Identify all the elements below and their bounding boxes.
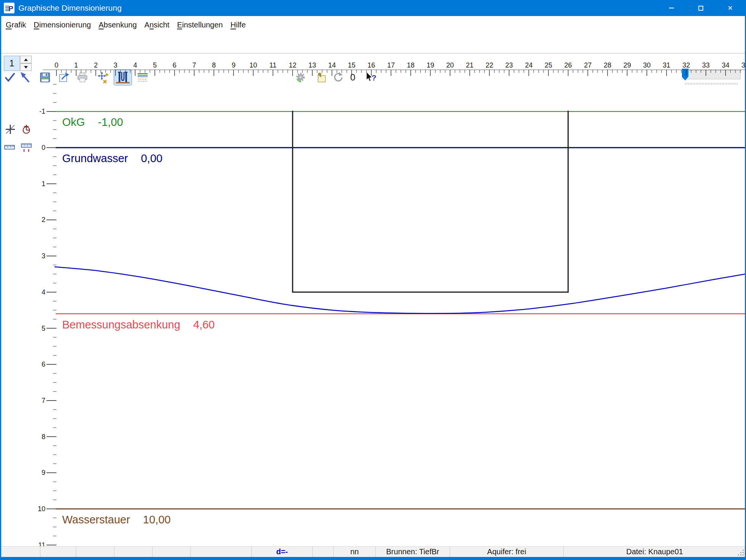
svg-text:-1: -1 — [39, 108, 45, 115]
svg-text:13: 13 — [309, 61, 316, 69]
status-cell-empty-3 — [114, 547, 153, 557]
svg-text:4: 4 — [42, 288, 45, 296]
svg-text:2: 2 — [42, 216, 45, 224]
status-cell-empty-7 — [313, 547, 334, 557]
svg-text:10: 10 — [38, 505, 45, 513]
svg-text:8: 8 — [42, 433, 45, 441]
svg-text:11: 11 — [38, 541, 45, 546]
status-cell-empty-1 — [40, 547, 76, 557]
svg-text:15: 15 — [348, 61, 355, 69]
status-bar: d=-nnBrunnen: TiefBrAquifer: freiDatei: … — [0, 546, 746, 557]
svg-text:25: 25 — [545, 61, 552, 69]
menu-bar: GrafikDimensionierungAbsenkungAnsichtEin… — [0, 16, 746, 34]
svg-text:27: 27 — [584, 61, 592, 69]
svg-text:4: 4 — [133, 61, 137, 69]
svg-text:2: 2 — [94, 61, 98, 69]
toolbar: 0 ? — [0, 34, 746, 53]
status-cell-empty-2 — [76, 547, 114, 557]
status-cell-aquifer: Aquifer: frei — [450, 547, 564, 557]
svg-text:21: 21 — [466, 61, 474, 69]
svg-text:26: 26 — [564, 61, 572, 69]
menu-item-absenkung[interactable]: Absenkung — [95, 16, 140, 34]
ruler-measure-icon — [21, 142, 32, 153]
ruler-horizontal-tool[interactable] — [3, 141, 16, 154]
svg-text:23: 23 — [505, 61, 513, 69]
axis-cross-icon — [5, 124, 16, 135]
svg-text:0: 0 — [42, 144, 45, 151]
svg-text:32: 32 — [682, 61, 690, 69]
status-cell-empty-5 — [191, 547, 252, 557]
menu-item-grafik[interactable]: Grafik — [2, 16, 30, 34]
svg-text:1: 1 — [42, 180, 45, 188]
app-logo-icon: P — [4, 3, 14, 13]
drawing-canvas[interactable] — [55, 71, 746, 546]
svg-text:1: 1 — [74, 61, 78, 69]
close-button[interactable]: ✕ — [715, 0, 745, 16]
minimize-button[interactable] — [657, 0, 686, 16]
window-title: Graphische Dimensionierung — [18, 0, 122, 16]
svg-text:31: 31 — [663, 61, 670, 69]
menu-item-einstellungen[interactable]: Einstellungen — [173, 16, 227, 34]
svg-text:20: 20 — [446, 61, 454, 69]
resize-grip[interactable] — [738, 549, 744, 556]
maximize-button[interactable] — [686, 0, 715, 16]
app-window: P Graphische Dimensionierung ✕ GrafikDim… — [0, 0, 746, 560]
window-border-left — [0, 16, 1, 557]
svg-text:9: 9 — [232, 61, 235, 69]
status-cell-nn: nn — [334, 547, 376, 557]
svg-text:34: 34 — [722, 61, 729, 69]
svg-text:29: 29 — [623, 61, 631, 69]
menu-item-hilfe[interactable]: Hilfe — [227, 16, 249, 34]
svg-text:12: 12 — [289, 61, 296, 69]
menu-item-dimensionierung[interactable]: Dimensionierung — [30, 16, 95, 34]
svg-text:24: 24 — [525, 61, 532, 69]
svg-text:33: 33 — [702, 61, 710, 69]
status-cell-datei: Datei: Knaupe01 — [564, 547, 746, 557]
svg-text:30: 30 — [643, 61, 651, 69]
compass-tool[interactable] — [20, 123, 33, 136]
vertical-ruler: -101234567891011 — [33, 71, 56, 546]
svg-text:16: 16 — [368, 61, 375, 69]
svg-text:5: 5 — [42, 325, 45, 332]
status-cell-empty-0 — [0, 547, 40, 557]
status-cell-d: d=- — [252, 547, 313, 557]
minimize-icon — [669, 8, 674, 8]
svg-text:6: 6 — [173, 61, 177, 69]
svg-text:17: 17 — [387, 61, 395, 69]
status-cell-empty-4 — [153, 547, 191, 557]
menu-item-ansicht[interactable]: Ansicht — [141, 16, 174, 34]
svg-text:19: 19 — [426, 61, 434, 69]
svg-text:7: 7 — [42, 397, 45, 404]
svg-text:9: 9 — [42, 469, 45, 476]
svg-text:14: 14 — [328, 61, 336, 69]
axis-cross-tool[interactable] — [4, 123, 17, 136]
svg-text:8: 8 — [212, 61, 216, 69]
svg-text:10: 10 — [249, 61, 257, 69]
svg-text:6: 6 — [42, 360, 45, 368]
close-icon: ✕ — [727, 5, 733, 11]
svg-text:5: 5 — [153, 61, 157, 69]
svg-text:18: 18 — [407, 61, 415, 69]
svg-text:P: P — [8, 5, 13, 13]
svg-text:7: 7 — [192, 61, 196, 69]
title-bar: P Graphische Dimensionierung ✕ — [0, 0, 746, 16]
svg-text:28: 28 — [604, 61, 611, 69]
compass-icon — [21, 124, 32, 135]
maximize-icon — [698, 6, 703, 11]
svg-text:11: 11 — [269, 61, 277, 69]
svg-text:0: 0 — [55, 61, 58, 69]
ruler-measure-tool[interactable] — [20, 141, 33, 154]
svg-text:3: 3 — [114, 61, 117, 69]
window-border-bottom — [0, 557, 746, 560]
ruler-horizontal-icon — [4, 142, 15, 153]
svg-text:3: 3 — [42, 252, 45, 260]
svg-text:22: 22 — [486, 61, 493, 69]
status-cell-brunnen: Brunnen: TiefBr — [376, 547, 450, 557]
